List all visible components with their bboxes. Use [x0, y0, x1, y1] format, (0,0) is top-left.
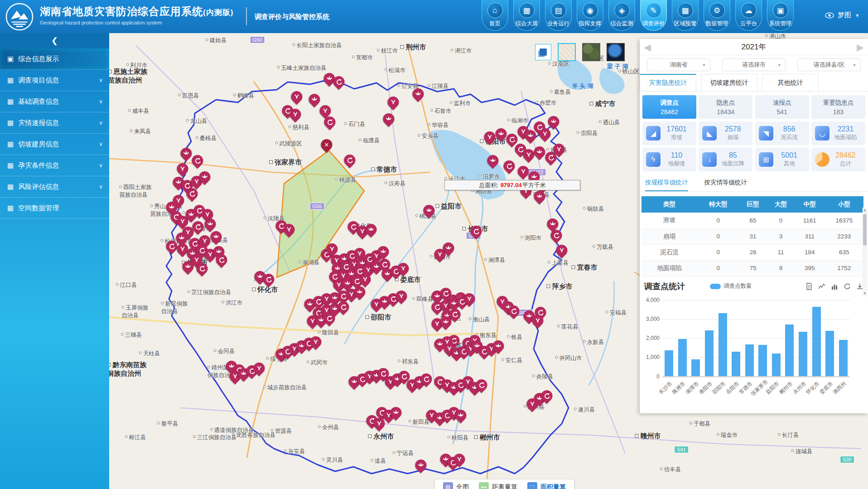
- sidebar-item-孕灾条件信息[interactable]: ▦孕灾条件信息∨: [0, 155, 109, 176]
- marker-glyph-icon: [188, 190, 196, 198]
- type-card-其他[interactable]: ⊞5001其他: [755, 148, 809, 171]
- marker-glyph-icon: [201, 237, 209, 245]
- map-tool-距离量算[interactable]: ⊷距离量算: [479, 482, 517, 489]
- user-area[interactable]: 梦图 ▼: [825, 11, 860, 19]
- previous-year-button[interactable]: ◀: [641, 41, 653, 53]
- top-nav: ⌂首页▦综合大屏▤业务运行◉指挥支撑◈综合监测✎调查评价▩区域预警⚙数据管理☁云…: [482, 0, 794, 33]
- bar-益阳市[interactable]: [772, 353, 781, 377]
- table-cell: 395: [795, 260, 825, 276]
- satellite-map-thumbnail[interactable]: [582, 43, 600, 61]
- marker-glyph-icon: [362, 276, 369, 283]
- nav-item-调查评价[interactable]: ✎调查评价: [640, 0, 667, 31]
- nav-item-数据管理[interactable]: ⚙数据管理: [704, 0, 730, 31]
- bar-永州市[interactable]: [799, 332, 807, 376]
- nav-item-综合监测[interactable]: ◈综合监测: [608, 0, 635, 31]
- chart-legend[interactable]: 调查点数量: [710, 282, 752, 290]
- nav-item-label: 区域预警: [674, 20, 697, 28]
- bar-常德市[interactable]: [745, 344, 754, 377]
- gridline: [662, 338, 850, 339]
- nav-item-云平台[interactable]: ☁云平台: [735, 0, 762, 31]
- marker-glyph-icon: [328, 245, 336, 253]
- table-row[interactable]: 地面塌陷07593951752: [641, 260, 863, 276]
- sidebar-item-风险评估信息[interactable]: ▦风险评估信息∨: [0, 176, 109, 198]
- bar-岳阳市[interactable]: [732, 352, 740, 377]
- type-card-滑坡[interactable]: ◢17601滑坡: [642, 121, 696, 145]
- county-select[interactable]: 请选择县/区▼: [797, 58, 861, 71]
- nav-item-指挥支撑[interactable]: ◉指挥支撑: [577, 0, 603, 31]
- bar-衡阳市[interactable]: [705, 330, 714, 376]
- business-run-icon: ▤: [551, 3, 566, 18]
- statistics-panel: ◀ 2021年 ▶ 湖南省▼请选择市▼请选择县/区▼ 灾害隐患统计切坡建房统计其…: [640, 39, 868, 413]
- tab-灾害隐患统计[interactable]: 灾害隐患统计: [640, 74, 696, 91]
- type-card-泥石流[interactable]: ◥856泥石流: [755, 121, 809, 145]
- bar-怀化市[interactable]: [812, 307, 821, 376]
- province-select[interactable]: 湖南省▼: [647, 58, 710, 71]
- sidebar-item-切坡建房信息[interactable]: ▦切坡建房信息∨: [0, 134, 109, 155]
- point-card-调查点[interactable]: 调查点28462: [642, 95, 696, 119]
- nav-item-首页[interactable]: ⌂首页: [482, 0, 508, 31]
- sidebar-item-灾情速报信息[interactable]: ▦灾情速报信息∨: [0, 112, 109, 134]
- tab-其他统计[interactable]: 其他统计: [762, 74, 819, 91]
- subtab-按灾情等级统计[interactable]: 按灾情等级统计: [704, 179, 747, 191]
- sidebar-item-空间数据管理[interactable]: ▦空间数据管理: [0, 198, 109, 219]
- type-card-崩塌[interactable]: ◣2578崩塌: [699, 121, 752, 145]
- table-row[interactable]: 滑坡0650116116375: [641, 213, 863, 228]
- sidebar-item-调查项目信息[interactable]: ▦调查项目信息∨: [0, 70, 109, 91]
- point-card-速报点[interactable]: 速报点541: [755, 95, 809, 119]
- marker-glyph-icon: [311, 96, 318, 103]
- region-selects: 湖南省▼请选择市▼请选择县/区▼: [640, 55, 868, 74]
- nav-item-业务运行[interactable]: ▤业务运行: [545, 0, 572, 31]
- nav-item-综合大屏[interactable]: ▦综合大屏: [513, 0, 540, 31]
- nav-item-区域预警[interactable]: ▩区域预警: [672, 0, 699, 31]
- bar-郴州市[interactable]: [785, 324, 794, 376]
- point-card-重要隐患点[interactable]: 重要隐患点183: [811, 95, 865, 119]
- point-card-隐患点[interactable]: 隐患点18434: [699, 95, 752, 119]
- marker-glyph-icon: [326, 315, 333, 322]
- globe-map-thumbnail[interactable]: [607, 43, 625, 61]
- line-chart-icon[interactable]: [818, 283, 825, 290]
- marker-glyph-icon: [356, 250, 364, 257]
- sidebar-item-综合信息展示[interactable]: ▣综合信息展示: [0, 48, 109, 70]
- scroll-up-icon[interactable]: ▲: [863, 208, 867, 213]
- table-column-大型: 大型: [767, 196, 795, 213]
- refresh-icon[interactable]: [844, 283, 851, 290]
- bar-chart-icon[interactable]: [831, 283, 838, 290]
- measure-close-marker[interactable]: ✕: [318, 137, 334, 153]
- tab-切坡建房统计[interactable]: 切坡建房统计: [701, 74, 757, 91]
- data-view-icon[interactable]: [805, 283, 813, 290]
- marker-glyph-icon: [381, 261, 389, 268]
- bar-株洲市[interactable]: [678, 339, 687, 377]
- marker-glyph-icon: [218, 256, 226, 264]
- subtab-按规模等级统计[interactable]: 按规模等级统计: [645, 179, 688, 191]
- marker-glyph-icon: [292, 111, 299, 118]
- bar-张家界市[interactable]: [758, 345, 767, 377]
- bar-长沙市[interactable]: [665, 350, 673, 376]
- type-card-地面沉降[interactable]: ↓85地面沉降: [699, 148, 752, 171]
- layers-toggle-button[interactable]: [535, 44, 551, 60]
- type-card-地裂缝[interactable]: ϟ110地裂缝: [642, 148, 696, 171]
- map-tool-面积量算[interactable]: ⬚面积量算: [527, 482, 566, 489]
- type-card-总计[interactable]: 28462总计: [811, 148, 865, 171]
- bar-湘潭市[interactable]: [691, 359, 700, 376]
- point-cards: 调查点28462隐患点18434速报点541重要隐患点183: [640, 92, 868, 119]
- next-year-button[interactable]: ▶: [854, 41, 866, 53]
- map-tool-全图[interactable]: ▨全图: [443, 482, 469, 489]
- nav-item-系统管理[interactable]: ▣系统管理: [767, 0, 794, 31]
- street-map-thumbnail[interactable]: [558, 43, 576, 61]
- marker-glyph-icon: [457, 412, 465, 419]
- city-select[interactable]: 请选择市▼: [722, 58, 786, 71]
- table-scrollbar[interactable]: ▲ ▼: [863, 208, 867, 296]
- table-row[interactable]: 泥石流02611184635: [641, 244, 863, 260]
- bar-邵阳市[interactable]: [719, 313, 727, 376]
- marker-glyph-icon: [550, 118, 558, 126]
- marker-glyph-icon: [265, 276, 273, 283]
- type-card-地面塌陷[interactable]: ◡2231地面塌陷: [811, 121, 865, 145]
- table-row[interactable]: 崩塌03133112233: [641, 228, 863, 244]
- sidebar-item-基础调查信息[interactable]: ▦基础调查信息∨: [0, 91, 109, 112]
- bar-娄底市[interactable]: [825, 331, 834, 376]
- bar-湘西州[interactable]: [839, 340, 848, 376]
- sidebar-collapse-button[interactable]: ❮: [0, 33, 109, 48]
- type-card-label: 地裂缝: [661, 160, 693, 168]
- user-menu-caret-icon[interactable]: ▼: [855, 13, 860, 18]
- table-column-中型: 中型: [795, 196, 825, 213]
